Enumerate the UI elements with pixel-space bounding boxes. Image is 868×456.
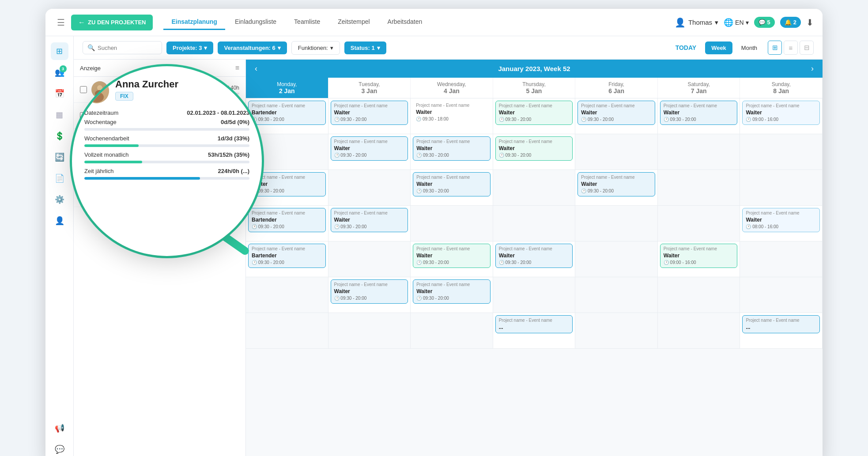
cal-cell-4-1 <box>328 241 411 277</box>
sidebar-icon-doc[interactable]: 📄 <box>51 170 68 187</box>
functions-dropdown-icon: ▾ <box>330 45 333 51</box>
event-card-3-1[interactable]: Project name - Event name Waiter 🕐 09:30… <box>331 208 408 232</box>
top-nav: ☰ ← ZU DEN PROJEKTEN Einsatzplanung Einl… <box>45 9 823 36</box>
event-role: Waiter <box>664 252 734 260</box>
event-card-1-1[interactable]: Project name - Event name Waiter 🕐 09:30… <box>331 136 408 161</box>
cal-cell-1-2: Project name - Event name Waiter 🕐 09:30… <box>411 134 493 170</box>
sidebar-icon-grid[interactable]: ▦ <box>51 106 68 124</box>
event-card-0-1[interactable]: Project name - Event name Waiter 🕐 09:30… <box>331 101 408 125</box>
event-role: Waiter <box>581 109 652 117</box>
magnifier-name: Anna Zurcher <box>115 79 178 90</box>
cal-cell-5-1: Project name - Event name Waiter 🕐 09:30… <box>328 277 411 313</box>
cal-cell-0-5: Project name - Event name Waiter 🕐 09:30… <box>658 98 740 134</box>
tab-einsatzplanung[interactable]: Einsatzplanung <box>163 15 225 30</box>
sidebar-icon-money[interactable]: 💲 <box>51 127 68 145</box>
tab-einladungsliste[interactable]: Einladungsliste <box>227 15 284 30</box>
team-notification-badge: 3 <box>60 65 67 72</box>
sidebar-icon-usermanage[interactable]: 👤 <box>51 212 68 230</box>
event-card-3-6[interactable]: Project name - Event name Waiter 🕐 08:00… <box>742 208 820 232</box>
event-role: Bartender <box>252 252 322 260</box>
search-box: 🔍 <box>83 41 162 54</box>
cal-cell-6-3: Project name - Event name ... <box>493 313 576 348</box>
week-button[interactable]: Week <box>705 41 732 54</box>
event-card-0-3[interactable]: Project name - Event name Waiter 🕐 09:30… <box>495 101 573 125</box>
cal-cell-5-4 <box>575 277 658 313</box>
sidebar-icon-sync[interactable]: 🔄 <box>51 148 68 166</box>
sidebar-icon-team[interactable]: 👥 3 <box>51 64 68 81</box>
cal-cell-5-6 <box>740 277 823 313</box>
functions-filter-button[interactable]: Funktionen: ▾ <box>291 41 340 55</box>
event-time: 🕐 09:30 - 20:00 <box>499 117 570 123</box>
cal-cell-2-1 <box>328 170 411 205</box>
event-proj-name: Project name - Event name <box>416 174 487 181</box>
event-role: Waiter <box>334 216 405 224</box>
mag-stat-vollzeit: Vollzeit monatlich 53h/152h (35%) <box>84 151 249 158</box>
cal-cell-0-3: Project name - Event name Waiter 🕐 09:30… <box>493 98 576 134</box>
download-button[interactable]: ⬇ <box>806 17 814 28</box>
bell-badge-button[interactable]: 🔔 2 <box>780 17 801 28</box>
mag-bar-wochentage <box>84 128 249 131</box>
tab-arbeitsdaten[interactable]: Arbeitsdaten <box>380 15 430 30</box>
event-card-4-3[interactable]: Project name - Event name Waiter 🕐 09:30… <box>495 244 573 268</box>
event-time: 🕐 09:30 - 20:00 <box>581 188 652 194</box>
user-menu[interactable]: 👤 Thomas ▾ <box>675 17 718 28</box>
sidebar-icon-dashboard[interactable]: ⊞ <box>51 42 68 60</box>
event-role: Bartender <box>252 109 322 117</box>
event-time: 🕐 09:00 - 16:00 <box>746 117 816 123</box>
chat-badge-button[interactable]: 💬 5 <box>754 17 775 28</box>
hamburger-button[interactable]: ☰ <box>54 15 68 30</box>
sidebar-icon-calendar[interactable]: 📅 <box>51 85 68 102</box>
search-input[interactable] <box>98 45 157 51</box>
event-card-4-0[interactable]: Project name - Event name Bartender 🕐 09… <box>248 244 326 268</box>
event-card-2-2[interactable]: Project name - Event name Waiter 🕐 09:30… <box>413 172 491 196</box>
nav-right: 👤 Thomas ▾ 🌐 EN ▾ 💬 5 🔔 2 ⬇ <box>675 17 814 28</box>
grid-view-button[interactable]: ⊞ <box>768 41 782 55</box>
language-menu[interactable]: 🌐 EN ▾ <box>724 18 748 27</box>
event-role: Waiter <box>334 109 405 117</box>
cal-cell-4-2: Project name - Event name Waiter 🕐 09:30… <box>411 241 493 277</box>
projects-filter-button[interactable]: Projekte: 3 ▾ <box>166 41 213 54</box>
back-to-projects-button[interactable]: ← ZU DEN PROJEKTEN <box>71 15 153 30</box>
event-card-0-6[interactable]: Project name - Event name Waiter 🕐 09:00… <box>742 101 820 125</box>
event-card-5-1[interactable]: Project name - Event name Waiter 🕐 09:30… <box>331 279 408 304</box>
person-checkbox-anna[interactable] <box>80 86 87 93</box>
event-card-0-2[interactable]: Project name - Event name Waiter 🕐 09:30… <box>413 101 491 124</box>
event-time: 🕐 09:30 - 20:00 <box>252 188 322 194</box>
calendar-title: January 2023, Week 52 <box>498 65 570 72</box>
list-view-button[interactable]: ≡ <box>784 41 798 55</box>
cal-next-button[interactable]: › <box>811 64 814 73</box>
event-card-6-3[interactable]: Project name - Event name ... <box>495 315 573 333</box>
sidebar-icon-announce[interactable]: 📢 <box>51 419 68 437</box>
event-card-4-5[interactable]: Project name - Event name Waiter 🕐 09:00… <box>660 244 738 268</box>
cal-cell-0-0: Project name - Event name Bartender 🕐 09… <box>246 98 328 134</box>
table-view-button[interactable]: ⊟ <box>800 41 814 55</box>
event-card-2-4[interactable]: Project name - Event name Waiter 🕐 09:30… <box>577 172 655 196</box>
tab-zeitstempel[interactable]: Zeitstempel <box>330 15 377 30</box>
event-card-0-0[interactable]: Project name - Event name Bartender 🕐 09… <box>248 101 326 125</box>
cal-cell-4-6 <box>740 241 823 277</box>
status-filter-button[interactable]: Status: 1 ▾ <box>344 41 386 54</box>
event-time: 🕐 09:30 - 20:00 <box>334 295 405 301</box>
event-card-0-4[interactable]: Project name - Event name Waiter 🕐 09:30… <box>577 101 655 125</box>
event-card-1-3[interactable]: Project name - Event name Waiter 🕐 09:30… <box>495 136 573 161</box>
cal-cell-5-3 <box>493 277 576 313</box>
event-card-5-2[interactable]: Project name - Event name Waiter 🕐 09:30… <box>413 279 491 304</box>
sidebar-icon-settings[interactable]: ⚙️ <box>51 191 68 208</box>
event-card-3-0[interactable]: Project name - Event name Bartender 🕐 09… <box>248 208 326 232</box>
event-card-1-2[interactable]: Project name - Event name Waiter 🕐 09:30… <box>413 136 491 161</box>
sidebar-icon-chat[interactable]: 💬 <box>51 441 68 456</box>
event-proj-name: Project name - Event name <box>416 282 487 288</box>
cal-cell-6-5 <box>658 313 740 348</box>
event-time: 🕐 09:30 - 20:00 <box>416 295 487 301</box>
event-card-0-5[interactable]: Project name - Event name Waiter 🕐 09:30… <box>660 101 738 125</box>
event-card-4-2[interactable]: Project name - Event name Waiter 🕐 09:30… <box>413 244 491 268</box>
cal-prev-button[interactable]: ‹ <box>255 64 257 73</box>
list-icon-button[interactable]: ≡ <box>235 64 239 72</box>
tab-teamliste[interactable]: Teamliste <box>286 15 328 30</box>
cal-cell-0-2: Project name - Event name Waiter 🕐 09:30… <box>411 98 493 134</box>
events-filter-button[interactable]: Veranstaltungen: 6 ▾ <box>218 41 287 54</box>
event-role: Waiter <box>416 288 487 295</box>
event-card-6-6[interactable]: Project name - Event name ... <box>742 315 820 333</box>
month-button[interactable]: Month <box>737 41 762 54</box>
today-button[interactable]: TODAY <box>671 41 701 54</box>
